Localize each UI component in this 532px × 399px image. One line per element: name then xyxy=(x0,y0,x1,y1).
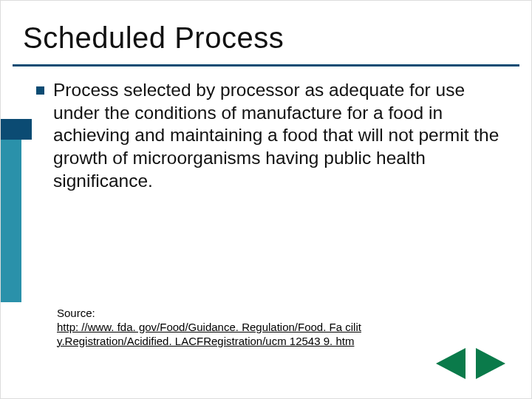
source-citation: Source: http: //www. fda. gov/Food/Guida… xyxy=(57,307,367,348)
prev-button[interactable] xyxy=(434,348,468,379)
bullet-text: Process selected by processor as adequat… xyxy=(53,79,509,192)
accent-bar-horizontal xyxy=(1,119,32,140)
bullet-item: Process selected by processor as adequat… xyxy=(36,79,509,192)
slide: Scheduled Process Process selected by pr… xyxy=(0,0,532,399)
source-label: Source: xyxy=(57,307,367,321)
title-underline xyxy=(13,64,519,66)
nav-controls xyxy=(434,348,508,379)
body-area: Process selected by processor as adequat… xyxy=(36,79,509,192)
slide-title: Scheduled Process xyxy=(23,21,284,55)
triangle-left-icon xyxy=(436,348,466,379)
source-link[interactable]: http: //www. fda. gov/Food/Guidance. Reg… xyxy=(57,321,361,347)
triangle-right-icon xyxy=(476,348,505,379)
bullet-square-icon xyxy=(36,86,44,95)
next-button[interactable] xyxy=(474,348,508,379)
accent-bar-vertical xyxy=(1,119,21,302)
